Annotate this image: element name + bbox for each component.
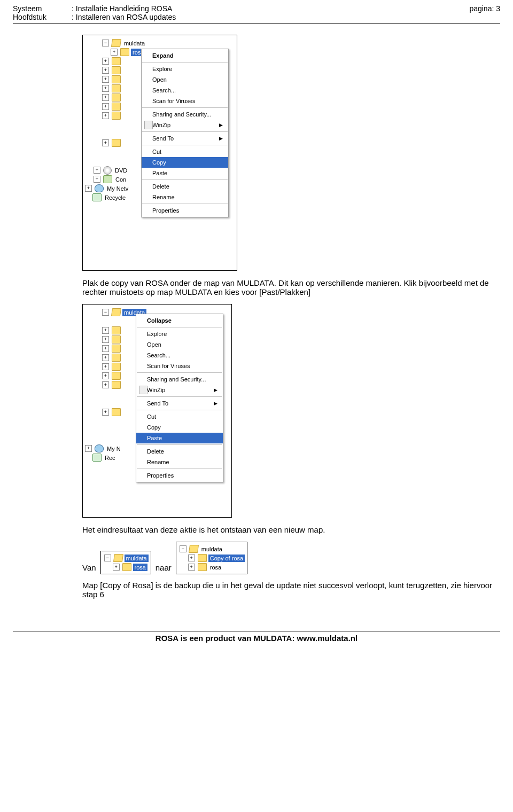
expand-icon[interactable]: + bbox=[102, 345, 109, 352]
collapse-icon[interactable]: − bbox=[180, 545, 186, 552]
menu-open[interactable]: Open bbox=[136, 339, 223, 350]
menu-properties[interactable]: Properties bbox=[136, 470, 223, 481]
expand-icon[interactable]: + bbox=[102, 327, 109, 334]
menu-scan[interactable]: Scan for Viruses bbox=[136, 361, 223, 371]
menu-collapse[interactable]: Collapse bbox=[136, 315, 223, 326]
menu-winzip[interactable]: WinZip▶ bbox=[136, 385, 223, 395]
expand-icon[interactable]: + bbox=[94, 176, 100, 183]
expand-icon[interactable]: + bbox=[102, 354, 109, 361]
menu-scan[interactable]: Scan for Viruses bbox=[142, 96, 228, 106]
menu-explore[interactable]: Explore bbox=[136, 329, 223, 339]
folder-icon bbox=[112, 103, 121, 111]
menu-label: Rename bbox=[152, 194, 175, 200]
menu-expand[interactable]: Expand bbox=[142, 50, 228, 61]
tree-row-muldata[interactable]: − muldata bbox=[178, 544, 245, 553]
menu-delete[interactable]: Delete bbox=[142, 181, 228, 192]
tree-row-rosa[interactable]: + rosa bbox=[103, 563, 149, 572]
collapse-icon[interactable]: − bbox=[102, 40, 109, 46]
expand-icon[interactable]: + bbox=[94, 167, 100, 174]
menu-sharing[interactable]: Sharing and Security... bbox=[136, 374, 223, 385]
expand-icon[interactable]: + bbox=[111, 49, 118, 56]
menu-label: Cut bbox=[152, 149, 161, 155]
menu-cut[interactable]: Cut bbox=[142, 146, 228, 157]
tree-row-muldata[interactable]: − muldata bbox=[84, 38, 234, 48]
folder-icon bbox=[112, 57, 121, 65]
menu-separator bbox=[142, 62, 228, 63]
expand-icon[interactable]: + bbox=[102, 58, 109, 65]
folder-icon bbox=[112, 326, 121, 334]
menu-copy[interactable]: Copy bbox=[142, 157, 228, 168]
collapse-icon[interactable]: − bbox=[102, 309, 109, 316]
screenshot-1: − muldata + rosa + + + + + + bbox=[82, 35, 237, 271]
expand-icon[interactable]: + bbox=[102, 409, 109, 416]
tree-label: muldata bbox=[125, 555, 149, 562]
winzip-icon bbox=[139, 386, 147, 394]
context-menu: Collapse Explore Open Search... Scan for… bbox=[136, 314, 223, 482]
tree-row-copyof[interactable]: + Copy of rosa bbox=[178, 553, 245, 563]
hoofdstuk-value: : Installeren van ROSA updates bbox=[72, 13, 176, 21]
expand-icon[interactable]: + bbox=[102, 67, 109, 74]
menu-paste[interactable]: Paste bbox=[142, 168, 228, 178]
menu-label: Scan for Viruses bbox=[152, 98, 196, 104]
hoofdstuk-label: Hoofdstuk bbox=[13, 13, 72, 21]
menu-label: Expand bbox=[152, 52, 174, 59]
expand-icon[interactable]: + bbox=[113, 564, 120, 571]
folder-icon bbox=[120, 48, 129, 56]
menu-cut[interactable]: Cut bbox=[136, 411, 223, 422]
menu-label: Properties bbox=[152, 207, 179, 214]
mini-tree-before: − muldata + rosa bbox=[100, 551, 151, 574]
folder-icon bbox=[112, 112, 121, 120]
menu-sendto[interactable]: Send To▶ bbox=[142, 133, 228, 144]
menu-search[interactable]: Search... bbox=[142, 85, 228, 96]
menu-copy[interactable]: Copy bbox=[136, 422, 223, 433]
expand-icon[interactable]: + bbox=[102, 139, 109, 146]
menu-rename[interactable]: Rename bbox=[142, 192, 228, 202]
menu-label: Sharing and Security... bbox=[152, 111, 211, 118]
menu-rename[interactable]: Rename bbox=[136, 457, 223, 467]
expand-icon[interactable]: + bbox=[102, 76, 109, 83]
expand-icon[interactable]: + bbox=[102, 112, 109, 119]
before-after-row: Van − muldata + rosa naar − bbox=[82, 542, 500, 574]
folder-icon bbox=[112, 363, 121, 371]
network-icon bbox=[95, 184, 104, 192]
menu-explore[interactable]: Explore bbox=[142, 64, 228, 74]
menu-paste[interactable]: Paste bbox=[136, 433, 223, 443]
menu-delete[interactable]: Delete bbox=[136, 446, 223, 457]
folder-icon bbox=[112, 75, 121, 83]
folder-icon bbox=[112, 354, 121, 362]
page: Systeem : Installatie Handleiding ROSA H… bbox=[0, 0, 513, 653]
tree-row-muldata[interactable]: − muldata bbox=[103, 553, 149, 563]
menu-separator bbox=[137, 327, 222, 327]
collapse-icon[interactable]: − bbox=[104, 555, 111, 561]
menu-label: Scan for Viruses bbox=[147, 363, 190, 369]
folder-icon bbox=[198, 554, 207, 562]
tree-label: Copy of rosa bbox=[208, 555, 245, 562]
submenu-arrow-icon: ▶ bbox=[219, 136, 223, 141]
menu-open[interactable]: Open bbox=[142, 74, 228, 85]
expand-icon[interactable]: + bbox=[102, 381, 109, 388]
expand-icon[interactable]: + bbox=[85, 185, 92, 192]
expand-icon[interactable]: + bbox=[102, 372, 109, 379]
menu-search[interactable]: Search... bbox=[136, 350, 223, 361]
menu-label: Copy bbox=[152, 159, 166, 166]
page-number: pagina: 3 bbox=[469, 4, 500, 21]
menu-sendto[interactable]: Send To▶ bbox=[136, 398, 223, 409]
expand-icon[interactable]: + bbox=[85, 445, 92, 452]
expand-icon[interactable]: + bbox=[102, 363, 109, 370]
menu-properties[interactable]: Properties bbox=[142, 205, 228, 216]
menu-winzip[interactable]: WinZip▶ bbox=[142, 120, 228, 130]
tree-label: My N bbox=[105, 445, 122, 452]
instruction-paragraph-2: Het eindresultaat van deze aktie is het … bbox=[82, 525, 500, 534]
expand-icon[interactable]: + bbox=[188, 564, 195, 571]
expand-icon[interactable]: + bbox=[188, 555, 195, 561]
menu-label: Open bbox=[152, 76, 167, 83]
menu-sharing[interactable]: Sharing and Security... bbox=[142, 109, 228, 120]
expand-icon[interactable]: + bbox=[102, 85, 109, 92]
folder-icon bbox=[122, 563, 131, 571]
expand-icon[interactable]: + bbox=[102, 336, 109, 343]
naar-label: naar bbox=[156, 563, 172, 574]
expand-icon[interactable]: + bbox=[102, 103, 109, 110]
winzip-icon bbox=[144, 121, 153, 129]
tree-row-rosa[interactable]: + rosa bbox=[178, 563, 245, 572]
expand-icon[interactable]: + bbox=[102, 94, 109, 101]
